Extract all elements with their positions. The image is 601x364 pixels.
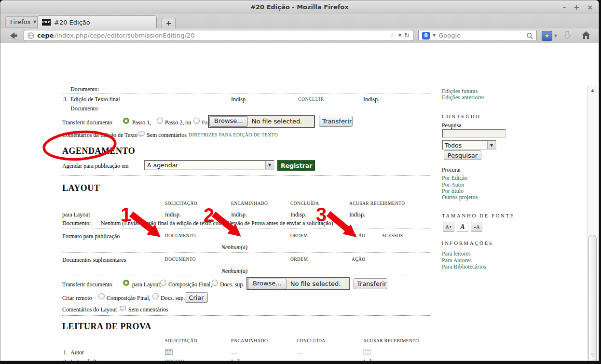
layout-doc-label: Documento: [62, 220, 91, 227]
separator [62, 275, 430, 275]
bookmarks-star-icon: ★ [542, 31, 552, 41]
document-label: Documento: [70, 86, 99, 93]
bookmarks-dropdown-icon[interactable]: ▼ [554, 34, 557, 38]
select-arrow-icon: ▼ [487, 141, 495, 149]
separator [62, 94, 430, 94]
issue-select[interactable]: A agendar ▼ [144, 160, 274, 170]
sidebar-link-past-issues[interactable]: Edições anteriores [442, 94, 484, 101]
pesquisar-button[interactable]: Pesquisar [444, 150, 481, 160]
maximize-icon[interactable]: + [574, 3, 580, 11]
sidebar-link-for-readers[interactable]: Para leitores [442, 250, 471, 257]
issue-select-value: A agendar [145, 162, 265, 169]
layout-comments-status: Sem comentários [128, 306, 168, 313]
radio-passo3[interactable] [193, 118, 200, 124]
supp-empty: Nenhum(a) [62, 268, 407, 275]
layout-transferir-button[interactable]: Transferir [354, 278, 387, 289]
proof-cell: — [297, 358, 302, 361]
copyedit-row-num: 3. [63, 96, 68, 103]
sidebar-search-input[interactable] [442, 129, 506, 138]
new-tab-button[interactable]: + [162, 18, 176, 28]
tab-bar: Firefox ▼ PKP #20 Edição + [0, 14, 599, 28]
search-engine-dropdown-icon[interactable]: ▼ [433, 33, 436, 38]
registrar-button[interactable]: Registrar [277, 160, 315, 171]
radio-remote-composicao-label: Composição Final, [107, 295, 150, 302]
email-icon[interactable] [165, 349, 173, 355]
layout-doc-note: Nenhum (Enviar versão final da edição de… [101, 220, 333, 227]
close-icon[interactable]: × [587, 3, 593, 11]
proof-row-num: 2. [63, 358, 68, 361]
pkp-favicon: PKP [42, 19, 51, 26]
submission-editing-main: Documento: 3. Edição de Texto final Indi… [62, 85, 432, 361]
sidebar: Edições futuras Edições anteriores CONTE… [442, 85, 543, 361]
bookmarks-button[interactable]: ★ ▼ [542, 30, 558, 41]
radio-passo2[interactable] [157, 118, 163, 124]
font-size-decrease-icon[interactable]: A▼ [443, 222, 454, 232]
copyedit-encaminhado: Indisp. [231, 96, 247, 103]
minimize-icon[interactable]: – [563, 3, 566, 11]
firefox-menu-label: Firefox [10, 18, 31, 26]
sidebar-link-for-librarians[interactable]: Para Bibliotecários [442, 263, 486, 270]
col-acao: AÇÃO [352, 233, 366, 238]
url-bar[interactable]: cepe /index.php/cepe/editor/submissionEd… [24, 30, 413, 41]
layout-comments-label: Comentários do Layout [62, 306, 117, 313]
back-button[interactable] [8, 31, 19, 40]
scrollbar-thumb[interactable] [588, 235, 597, 361]
schedule-label: Agendar para publicação em [62, 162, 129, 170]
font-size-normal-icon[interactable]: A [457, 222, 468, 232]
layout-row-label: para Layout [62, 211, 90, 218]
search-bar[interactable]: 8 ▼ Google [418, 30, 537, 41]
search-icon[interactable] [526, 32, 533, 39]
proofread-heading: LEITURA DE PROVA [62, 322, 151, 332]
layout-upload-label: Transferir documento [62, 281, 112, 288]
layout-heading: LAYOUT [62, 183, 100, 193]
radio-para-layout[interactable] [123, 280, 129, 286]
concluir-link[interactable]: CONCLUIR [298, 96, 324, 102]
radio-docs-sup[interactable] [212, 280, 218, 286]
url-domain: cepe [37, 32, 54, 39]
scroll-up-icon[interactable]: ▲ [587, 88, 598, 93]
scheduling-heading: AGENDAMENTO [62, 146, 135, 156]
col-concluida: CONCLUÍDA [297, 338, 326, 343]
supp-label: Documentos suplementares [62, 256, 126, 264]
layout-c4: Indisp. [349, 211, 365, 218]
browse-button[interactable]: Browse... [248, 279, 287, 289]
transferir-button[interactable]: Transferir [319, 116, 353, 127]
content-heading: CONTEÚDO [442, 113, 481, 119]
radio-remote-docs-sup[interactable] [152, 293, 159, 299]
scroll-down-icon[interactable]: ▽ [587, 352, 598, 357]
diretrizes-edicao-link[interactable]: DIRETRIZES PARA EDIÇÃO DE TEXTO [189, 132, 278, 137]
search-input-value: Google [438, 32, 461, 39]
sidebar-link-by-issue[interactable]: Por Edição [442, 175, 467, 182]
download-arrow-icon [563, 30, 572, 40]
col-ordem: ORDEM [290, 233, 308, 238]
separator [62, 229, 430, 229]
iniciar-link[interactable]: INICIAR [165, 359, 184, 361]
radio-remote-composicao[interactable] [98, 293, 105, 299]
layout-file-input[interactable]: Browse... No file selected. [246, 277, 350, 290]
col-encaminhado: ENCAMINHADO [231, 201, 268, 206]
file-input[interactable]: Browse... No file selected. [208, 115, 315, 128]
reload-icon[interactable]: ↻ [404, 32, 410, 39]
home-button[interactable] [581, 30, 591, 42]
comment-bubble-icon[interactable] [138, 131, 145, 137]
firefox-menu-button[interactable]: Firefox ▼ [5, 16, 41, 27]
vertical-scrollbar[interactable]: ▲ ▽ [587, 85, 598, 360]
url-dropdown-icon[interactable]: ▼ [398, 33, 401, 38]
col-documento: DOCUMENTO [165, 257, 196, 262]
criar-button[interactable]: Criar [185, 292, 208, 303]
tab-current[interactable]: PKP #20 Edição [37, 15, 157, 28]
browse-button[interactable]: Browse... [209, 116, 248, 127]
sidebar-link-other-journals[interactable]: Outros projetos [442, 194, 478, 201]
comment-bubble-icon[interactable] [120, 306, 126, 312]
layout-c3: Indisp. [290, 211, 306, 218]
radio-passo2-label: Passo 2, ou [165, 119, 191, 126]
font-size-increase-icon[interactable]: ▲A [471, 222, 482, 232]
radio-para-layout-label: para Layout, [132, 281, 162, 288]
radio-composicao-final[interactable] [160, 280, 166, 286]
separator [62, 114, 430, 114]
bookmark-star-icon[interactable]: ☆ [390, 32, 396, 39]
downloads-button[interactable] [563, 30, 572, 42]
proof-cell: Indisp. [231, 358, 247, 361]
radio-passo1[interactable] [123, 118, 129, 124]
search-scope-select[interactable]: Todos ▼ [442, 140, 496, 150]
